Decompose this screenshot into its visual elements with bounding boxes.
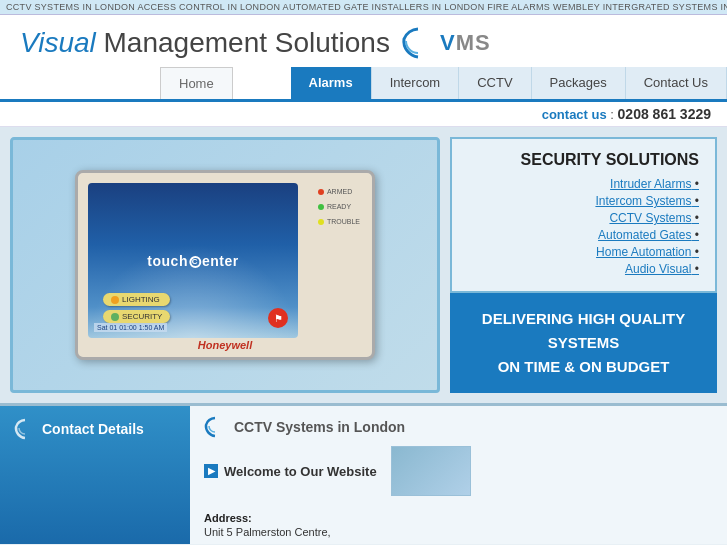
delivering-banner: DELIVERING HIGH QUALITY SYSTEMS ON TIME … — [450, 293, 717, 393]
lighting-button[interactable]: LIGHTING — [103, 293, 170, 306]
lighting-icon — [111, 296, 119, 304]
security-icon — [111, 313, 119, 321]
armed-label: ARMED — [327, 188, 352, 195]
trouble-label: TROUBLE — [327, 218, 360, 225]
welcome-section: ▶ Welcome to Our Website — [204, 446, 713, 496]
contact-colon: : — [607, 107, 618, 122]
address-section: Address: Unit 5 Palmerston Centre, — [190, 506, 727, 544]
nav-contact[interactable]: Contact Us — [626, 67, 727, 99]
touch-device: touchCenter LIGHTING SECURITY Sat 01 01:… — [75, 170, 375, 360]
device-time: Sat 01 01:00 1:50 AM — [94, 323, 167, 332]
security-label: SECURITY — [122, 312, 162, 321]
trouble-dot — [318, 219, 324, 225]
logo-vms: VMS — [400, 25, 491, 61]
bottom-section: Contact Details CCTV Systems in London ▶… — [0, 403, 727, 544]
nav-bar: Home Alarms Intercom CCTV Packages Conta… — [0, 67, 727, 102]
logo-visual: Visual — [20, 27, 96, 58]
delivering-line1: DELIVERING HIGH QUALITY SYSTEMS — [460, 307, 707, 355]
lighting-label: LIGHTING — [122, 295, 160, 304]
circle-c-icon: C — [189, 256, 201, 268]
touch-buttons: LIGHTING SECURITY — [103, 293, 170, 323]
small-image — [391, 446, 471, 496]
touch-center-text: touchCenter — [147, 253, 238, 269]
ready-label: READY — [327, 203, 351, 210]
arc-icon — [400, 25, 436, 61]
ready-dot — [318, 204, 324, 210]
trouble-indicator: TROUBLE — [318, 218, 360, 225]
logo[interactable]: Visual Management Solutions — [20, 27, 390, 59]
armed-indicator: ARMED — [318, 188, 360, 195]
honeywell-brand: Honeywell — [198, 339, 252, 351]
link-automated-gates[interactable]: Automated Gates — [468, 228, 699, 242]
phone-number: 0208 861 3229 — [618, 106, 711, 122]
security-solutions: SECURITY SOLUTIONS Intruder Alarms Inter… — [450, 137, 717, 293]
vms-v: V — [440, 30, 456, 55]
link-intercom-systems[interactable]: Intercom Systems — [468, 194, 699, 208]
header: Visual Management Solutions VMS — [0, 15, 727, 67]
contact-label: contact us — [542, 107, 607, 122]
content-arc-icon — [204, 416, 226, 438]
address-line1: Unit 5 Palmerston Centre, — [204, 526, 331, 538]
delivering-line2: ON TIME & ON BUDGET — [460, 355, 707, 379]
logo-rest: Management Solutions — [96, 27, 390, 58]
contact-details-label: Contact Details — [42, 421, 144, 437]
welcome-icon: ▶ — [204, 464, 218, 478]
alarm-icon: ⚑ — [268, 308, 288, 328]
security-solutions-title: SECURITY SOLUTIONS — [468, 151, 699, 169]
content-heading: CCTV Systems in London — [204, 416, 713, 438]
link-intruder-alarms[interactable]: Intruder Alarms — [468, 177, 699, 191]
vms-ms: MS — [456, 30, 491, 55]
nav-packages[interactable]: Packages — [532, 67, 626, 99]
welcome-text: Welcome to Our Website — [224, 464, 377, 479]
hero-image: touchCenter LIGHTING SECURITY Sat 01 01:… — [10, 137, 440, 393]
ticker-bar: CCTV SYSTEMS IN LONDON ACCESS CONTROL IN… — [0, 0, 727, 15]
address-label: Address: — [204, 512, 713, 524]
contact-bar: contact us : 0208 861 3229 — [0, 102, 727, 127]
ready-indicator: READY — [318, 203, 360, 210]
contact-details-panel[interactable]: Contact Details — [0, 406, 190, 544]
touch-screen: touchCenter LIGHTING SECURITY Sat 01 01:… — [88, 183, 298, 338]
info-panel: SECURITY SOLUTIONS Intruder Alarms Inter… — [450, 137, 717, 393]
link-home-automation[interactable]: Home Automation — [468, 245, 699, 259]
link-cctv-systems[interactable]: CCTV Systems — [468, 211, 699, 225]
nav-cctv[interactable]: CCTV — [459, 67, 531, 99]
nav-alarms[interactable]: Alarms — [291, 67, 372, 99]
nav-intercom[interactable]: Intercom — [372, 67, 460, 99]
right-content: CCTV Systems in London ▶ Welcome to Our … — [190, 406, 727, 544]
contact-arc-icon — [14, 418, 36, 440]
link-audio-visual[interactable]: Audio Visual — [468, 262, 699, 276]
main-section: touchCenter LIGHTING SECURITY Sat 01 01:… — [0, 127, 727, 403]
content-panel: CCTV Systems in London ▶ Welcome to Our … — [190, 406, 727, 506]
vms-badge: VMS — [440, 30, 491, 56]
contact-details-heading: Contact Details — [14, 418, 176, 440]
ticker-text: CCTV SYSTEMS IN LONDON ACCESS CONTROL IN… — [6, 2, 727, 12]
armed-dot — [318, 189, 324, 195]
nav-home[interactable]: Home — [160, 67, 233, 99]
security-button[interactable]: SECURITY — [103, 310, 170, 323]
side-indicators: ARMED READY TROUBLE — [318, 188, 360, 225]
content-heading-text: CCTV Systems in London — [234, 419, 405, 435]
